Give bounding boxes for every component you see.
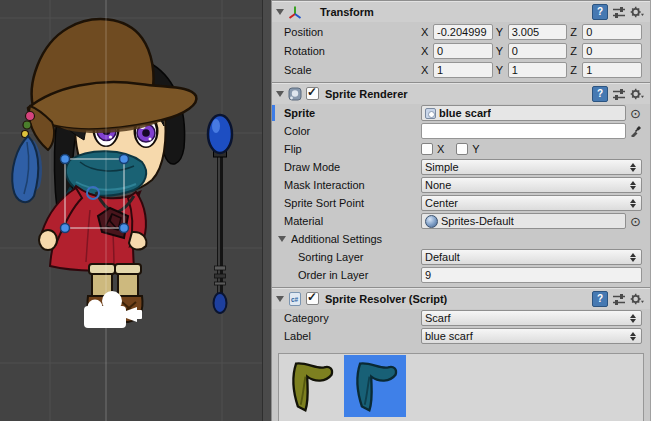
flip-x-label: X [437,143,444,155]
scale-row: Scale X 1 Y 1 Z 1 [272,60,650,79]
order-in-layer-label: Order in Layer [284,269,421,281]
sprite-renderer-component: Sprite Renderer ? [272,82,650,284]
flip-x-checkbox[interactable] [421,143,433,155]
sorting-layer-label: Sorting Layer [284,251,421,263]
presets-icon[interactable] [612,87,626,101]
position-y-field[interactable]: 3.005 [508,24,568,40]
position-row: Position X -0.204999 Y 3.005 Z 0 [272,22,650,41]
svg-text:c#: c# [291,295,299,302]
foldout-icon[interactable] [276,91,284,97]
sprite-sort-point-dropdown[interactable]: Center [421,195,642,211]
scale-label: Scale [284,64,421,76]
green-scarf-icon [283,358,339,414]
sprite-resolver-header[interactable]: c# Sprite Resolver (Script) ? [272,288,650,309]
sprite-resolver-component: c# Sprite Resolver (Script) ? [272,287,650,421]
help-icon[interactable]: ? [592,291,608,307]
label-row: Label blue scarf [272,327,650,345]
axis-x-label: X [421,26,430,38]
csharp-script-icon: c# [288,292,302,306]
sprite-renderer-icon [288,87,302,101]
help-icon[interactable]: ? [592,86,608,102]
scale-z-field[interactable]: 1 [582,62,642,78]
sprite-renderer-header[interactable]: Sprite Renderer ? [272,83,650,104]
category-label: Category [284,312,421,324]
category-row: Category Scarf [272,309,650,327]
foldout-icon[interactable] [276,9,284,15]
foldout-icon[interactable] [278,236,286,242]
dropdown-arrows-icon [628,181,637,190]
draw-mode-dropdown[interactable]: Simple [421,159,642,175]
additional-settings-row[interactable]: Additional Settings [272,230,650,248]
position-label: Position [284,26,421,38]
help-icon[interactable]: ? [592,4,608,20]
foldout-icon[interactable] [276,296,284,302]
sprite-object-field[interactable]: blue scarf [421,105,626,121]
scene-view[interactable] [0,0,262,421]
draw-mode-row: Draw Mode Simple [272,158,650,176]
rotation-x-field[interactable]: 0 [433,43,493,59]
gear-menu-icon[interactable] [630,292,644,306]
thumbnail-blue-scarf-selected[interactable] [344,355,406,417]
dropdown-arrows-icon [628,253,637,262]
thumbnail-green-scarf[interactable] [280,355,342,417]
component-enabled-checkbox[interactable] [306,292,319,305]
sprite-sort-point-label: Sprite Sort Point [284,197,421,209]
axis-x-label: X [421,45,430,57]
scene-canvas [0,0,262,421]
mask-interaction-dropdown[interactable]: None [421,177,642,193]
rotation-z-field[interactable]: 0 [582,43,642,59]
gear-menu-icon[interactable] [630,5,644,19]
label-dropdown[interactable]: blue scarf [421,328,642,344]
axis-x-label: X [421,64,430,76]
transform-header[interactable]: Transform ? [272,1,650,22]
mask-interaction-label: Mask Interaction [284,179,421,191]
flip-y-checkbox[interactable] [456,143,468,155]
axis-z-label: Z [570,45,579,57]
flip-row: Flip X Y [272,140,650,158]
character-sprite[interactable] [12,19,196,322]
object-picker-icon[interactable]: ⊙ [630,107,641,120]
gear-menu-icon[interactable] [630,87,644,101]
color-swatch-field[interactable] [421,123,626,139]
position-z-field[interactable]: 0 [582,24,642,40]
unity-editor-window: Transform ? [0,0,651,421]
label-label: Label [284,330,421,342]
eyedropper-icon[interactable] [630,125,642,137]
sorting-layer-dropdown[interactable]: Default [421,249,642,265]
transform-component: Transform ? [272,0,650,79]
sprite-resolver-title: Sprite Resolver (Script) [325,293,447,305]
presets-icon[interactable] [612,5,626,19]
order-in-layer-field[interactable]: 9 [421,267,642,283]
category-dropdown[interactable]: Scarf [421,310,642,326]
axis-y-label: Y [496,45,505,57]
object-picker-icon[interactable]: ⊙ [630,215,641,228]
dropdown-arrows-icon [628,332,637,341]
staff-sprite[interactable] [208,115,232,313]
sprite-thumbnail-icon [425,108,436,119]
dropdown-arrows-icon [628,199,637,208]
presets-icon[interactable] [612,292,626,306]
scale-x-field[interactable]: 1 [433,62,493,78]
dropdown-arrows-icon [628,163,637,172]
color-row: Color [272,122,650,140]
additional-settings-label: Additional Settings [291,233,382,245]
component-enabled-checkbox[interactable] [306,87,319,100]
sprite-label: Sprite [284,107,421,119]
axis-z-label: Z [570,64,579,76]
flip-label: Flip [284,143,421,155]
feather [12,136,42,202]
material-object-field[interactable]: Sprites-Default [421,213,626,229]
material-sphere-icon [425,215,438,228]
transform-title: Transform [320,6,374,18]
position-x-field[interactable]: -0.204999 [433,24,493,40]
draw-mode-label: Draw Mode [284,161,421,173]
rotation-y-field[interactable]: 0 [508,43,568,59]
rotation-label: Rotation [284,45,421,57]
axis-y-label: Y [496,26,505,38]
panel-splitter[interactable] [262,0,272,421]
material-label: Material [284,215,421,227]
sprite-renderer-title: Sprite Renderer [325,88,408,100]
sprite-row: Sprite blue scarf ⊙ [272,104,650,122]
scale-y-field[interactable]: 1 [508,62,568,78]
material-row: Material Sprites-Default ⊙ [272,212,650,230]
